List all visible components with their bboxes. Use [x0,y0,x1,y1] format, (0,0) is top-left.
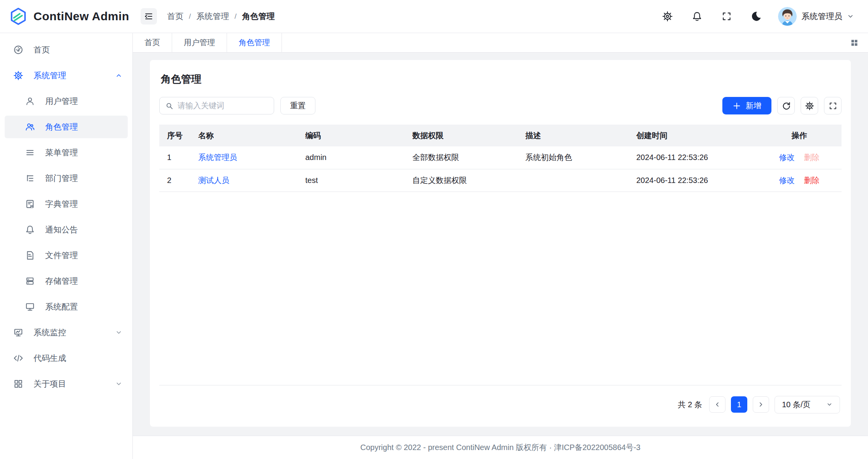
sidebar-item-label: 用户管理 [45,96,78,107]
next-page-button[interactable] [753,396,769,413]
monitor-chart-icon [13,327,23,338]
cell-code: admin [298,146,405,169]
settings-button[interactable] [660,9,675,24]
app-root: ContiNew Admin 首页 / 系统管理 / 角色管理 [0,0,868,459]
sidebar-item-label: 存储管理 [45,276,78,287]
header-main: 首页 / 系统管理 / 角色管理 [133,7,868,26]
code-icon [13,353,23,363]
grid-filled-icon [849,38,859,48]
user-menu[interactable]: 系统管理员 [778,7,854,26]
add-button[interactable]: 新增 [722,97,771,114]
chevron-down-icon [826,401,833,408]
cell-desc [518,169,629,192]
role-name-link[interactable]: 测试人员 [198,176,229,185]
sidebar-item-storage-management[interactable]: 存储管理 [5,270,128,292]
chevron-left-icon [714,401,721,408]
sidebar: 首页 系统管理 [0,33,133,459]
sidebar-item-label: 关于项目 [33,378,66,389]
sidebar-item-system-config[interactable]: 系统配置 [5,295,128,318]
page-size-select[interactable]: 10 条/页 [775,396,840,413]
column-settings-button[interactable] [801,97,818,114]
cell-index: 2 [159,169,190,192]
file-icon [25,250,35,260]
tab-actions-button[interactable] [849,38,859,48]
col-name: 名称 [190,125,298,146]
tab-user-management[interactable]: 用户管理 [172,33,227,52]
sidebar-item-notice[interactable]: 通知公告 [5,218,128,241]
col-scope: 数据权限 [405,125,518,146]
col-operations: 操作 [757,125,842,146]
tab-home[interactable]: 首页 [133,33,172,52]
sidebar-item-home[interactable]: 首页 [5,39,128,61]
fullscreen-button[interactable] [719,9,734,24]
pagination: 共 2 条 1 10 条/页 [159,385,842,417]
tab-label: 首页 [144,37,160,48]
sidebar-item-label: 系统配置 [45,301,78,312]
role-name-link[interactable]: 系统管理员 [198,153,237,162]
dark-mode-button[interactable] [748,9,764,24]
sidebar-item-menu-management[interactable]: 菜单管理 [5,141,128,164]
roles-table: 序号 名称 编码 数据权限 描述 创建时间 操作 [159,125,842,385]
edit-link[interactable]: 修改 [779,176,795,185]
cell-scope: 自定义数据权限 [405,169,518,192]
search-input[interactable] [178,101,268,110]
reset-button[interactable]: 重置 [280,97,315,114]
sidebar-item-label: 角色管理 [45,121,78,132]
toolbar: 重置 新增 [159,97,842,114]
sidebar-item-system-management[interactable]: 系统管理 [5,64,128,87]
sidebar-item-system-monitor[interactable]: 系统监控 [5,321,128,344]
sidebar-collapse-button[interactable] [141,8,157,25]
sidebar-item-label: 代码生成 [33,353,66,364]
page-size-value: 10 条/页 [782,399,810,410]
table-row: 2 测试人员 test 自定义数据权限 2024-06-11 22:53:26 … [159,169,842,192]
tab-label: 角色管理 [239,37,270,48]
app-title: ContiNew Admin [33,10,129,23]
chevron-down-icon [115,329,122,336]
sidebar-item-label: 字典管理 [45,199,78,209]
sidebar-item-code-generation[interactable]: 代码生成 [5,347,128,369]
dashboard-icon [13,45,23,55]
table-fullscreen-button[interactable] [824,97,842,114]
sidebar-item-role-management[interactable]: 角色管理 [5,116,128,138]
page-title: 角色管理 [161,72,842,86]
logo-area[interactable]: ContiNew Admin [0,7,133,25]
role-management-card: 角色管理 重置 [150,60,851,427]
notifications-button[interactable] [689,9,705,24]
refresh-icon [782,101,791,111]
sidebar-item-file-management[interactable]: 文件管理 [5,244,128,267]
add-button-label: 新增 [746,100,761,111]
sidebar-item-dept-management[interactable]: 部门管理 [5,167,128,190]
sidebar-item-label: 部门管理 [45,173,78,184]
breadcrumb-separator: / [189,12,191,21]
chevron-down-icon [115,380,122,387]
prev-page-button[interactable] [709,396,725,413]
cell-code: test [298,169,405,192]
body: 首页 系统管理 [0,33,868,459]
footer: Copyright © 2022 - present ContiNew Admi… [133,436,868,459]
breadcrumb-current: 角色管理 [242,11,275,22]
edit-link[interactable]: 修改 [779,153,795,162]
delete-link[interactable]: 删除 [804,176,820,185]
monitor-icon [25,302,35,312]
sidebar-item-about-project[interactable]: 关于项目 [5,373,128,395]
book-icon [25,199,35,209]
breadcrumb-home[interactable]: 首页 [167,11,183,22]
gear-icon [13,70,23,81]
tabbar-actions [849,33,868,52]
sidebar-item-user-management[interactable]: 用户管理 [5,90,128,113]
tab-role-management[interactable]: 角色管理 [227,33,282,52]
fullscreen-icon [722,11,732,21]
sidebar-item-label: 文件管理 [45,250,78,261]
search-box [159,97,274,114]
chevron-down-icon [847,13,854,20]
grid-icon [13,379,23,389]
breadcrumb-system[interactable]: 系统管理 [196,11,229,22]
sidebar-item-dict-management[interactable]: 字典管理 [5,193,128,215]
bell-icon [25,225,35,235]
fullscreen-icon [829,102,837,110]
page-1-button[interactable]: 1 [731,396,747,413]
sidebar-item-label: 通知公告 [45,224,78,235]
cell-index: 1 [159,146,190,169]
refresh-button[interactable] [777,97,795,114]
header-actions: 系统管理员 [660,7,854,26]
